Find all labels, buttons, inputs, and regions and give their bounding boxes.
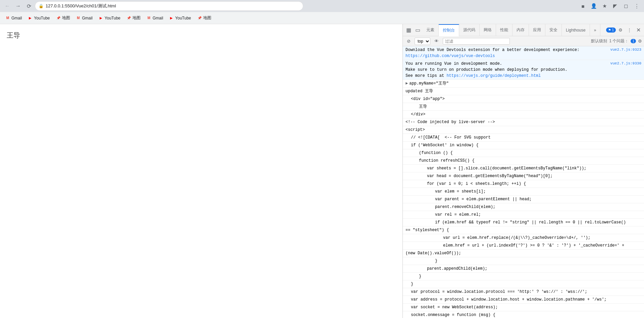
lock-icon: 🔒: [39, 4, 44, 8]
console-text: if ('WebSocket' in window) {: [411, 142, 479, 148]
expand-arrow[interactable]: ►: [406, 81, 408, 87]
console-output[interactable]: Download the Vue Devtools extension for …: [403, 46, 644, 318]
console-line: for (var i = 0; i < sheets.length; ++i) …: [403, 180, 644, 188]
devtools-panel: ▦ ▭ 元素 控制台 源代码 网络 性能 内存 应用 安全 Lighthouse…: [402, 24, 644, 318]
console-line: var elem = sheets[i];: [403, 188, 644, 196]
console-text: if (elem.href && typeof rel != "string" …: [435, 219, 626, 225]
forward-button[interactable]: →: [13, 1, 23, 11]
devtools-header: ▦ ▭ 元素 控制台 源代码 网络 性能 内存 应用 安全 Lighthouse…: [403, 24, 644, 36]
page-content: 王导: [0, 24, 402, 318]
console-settings-btn[interactable]: ⚙: [638, 39, 642, 44]
bookmark-gmail-2[interactable]: M Gmail: [73, 14, 95, 22]
console-line: socket.onmessage = function (msg) {: [403, 311, 644, 318]
bookmark-youtube-1[interactable]: ▶ YouTube: [25, 14, 52, 22]
console-block-btn[interactable]: ⊘: [405, 37, 413, 45]
console-toolbar: ⊘ top 👁 默认级别 1 个问题： 1 ⚙: [403, 36, 644, 46]
console-line-num[interactable]: vue2.7.js:9323: [608, 47, 641, 53]
maximize-icon[interactable]: ◻: [621, 1, 631, 11]
deployment-link[interactable]: https://vuejs.org/guide/deployment.html: [446, 73, 541, 78]
console-line-num-2[interactable]: vue2.7.js:9330: [608, 61, 641, 66]
tab-application[interactable]: 应用: [529, 24, 545, 36]
console-context-select[interactable]: top: [415, 38, 430, 45]
bookmark-maps-2[interactable]: 📌 地图: [124, 14, 143, 22]
youtube-icon-3: ▶: [169, 16, 174, 20]
address-bar[interactable]: 🔒 127.0.0.1:5500/Vue2/ch01/测试.html: [35, 1, 303, 11]
main-area: 王导 ▦ ▭ 元素 控制台 源代码 网络 性能 内存 应用 安全 Lightho…: [0, 24, 644, 318]
bookmark-label-gmail-2: Gmail: [82, 16, 93, 20]
profile-icon[interactable]: 👤: [589, 1, 598, 11]
console-text: var sheets = [].slice.call(document.getE…: [427, 165, 586, 171]
console-line: if (elem.href && typeof rel != "string" …: [403, 219, 644, 226]
reload-button[interactable]: ⟳: [24, 1, 34, 11]
gmail-icon-3: M: [147, 16, 151, 20]
devtools-settings-btn[interactable]: ⚙: [616, 26, 625, 34]
bookmark-youtube-3[interactable]: ▶ YouTube: [166, 14, 194, 22]
console-text: (new Date().valueOf());: [406, 250, 461, 256]
console-text: var rel = elem.rel;: [435, 212, 481, 218]
default-level-label: 默认级别: [591, 38, 607, 44]
bookmark-youtube-2[interactable]: ▶ YouTube: [96, 14, 123, 22]
tab-performance[interactable]: 性能: [496, 24, 513, 36]
bookmark-label-gmail-3: Gmail: [153, 16, 163, 20]
bookmark-gmail-3[interactable]: M Gmail: [144, 14, 166, 22]
console-line: 王导: [403, 103, 644, 111]
console-text: }: [411, 281, 413, 287]
console-line: }: [403, 280, 644, 288]
bookmark-gmail-1[interactable]: M Gmail: [3, 14, 24, 22]
console-line: (function () {: [403, 149, 644, 157]
tab-overflow[interactable]: »: [590, 24, 601, 36]
console-line: ► app.myName="王导": [403, 80, 644, 88]
devtools-device-btn[interactable]: ▭: [413, 25, 422, 35]
console-line: You are running Vue in development mode.…: [403, 60, 644, 80]
bookmark-label-maps-2: 地图: [132, 15, 141, 21]
extension-icon[interactable]: ■: [578, 1, 588, 11]
cast-icon[interactable]: ◤: [610, 1, 620, 11]
issue-count-label: 1 个问题：: [609, 38, 629, 44]
tab-network[interactable]: 网络: [480, 24, 496, 36]
console-text: app.myName="王导": [409, 81, 449, 87]
console-filter-input[interactable]: [443, 38, 510, 45]
console-eye-btn[interactable]: 👁: [432, 37, 441, 45]
maps-icon-1: 📌: [56, 16, 61, 20]
console-line: var rel = elem.rel;: [403, 211, 644, 219]
devtools-more-btn[interactable]: ⋮: [625, 26, 634, 34]
console-text: <div id="app">: [411, 96, 445, 102]
console-line: var address = protocol + window.location…: [403, 296, 644, 304]
console-text: }: [419, 273, 421, 279]
vue-devtools-link[interactable]: https://github.com/vuejs/vue-devtools: [406, 54, 495, 58]
bookmark-label-youtube-3: YouTube: [175, 16, 191, 20]
bookmark-maps-3[interactable]: 📌 地图: [195, 14, 214, 22]
menu-icon[interactable]: ⋮: [632, 1, 641, 11]
console-line: var head = document.getElementsByTagName…: [403, 172, 644, 180]
tab-console[interactable]: 控制台: [439, 24, 459, 36]
console-text: // <![CDATA[ <-- For SVG support: [411, 135, 491, 141]
console-line: == "stylesheet") {: [403, 226, 644, 234]
console-line: if ('WebSocket' in window) {: [403, 142, 644, 149]
title-bar-right: ■ 👤 ★ ◤ ◻ ⋮: [578, 1, 641, 11]
tab-memory[interactable]: 内存: [513, 24, 529, 36]
back-button[interactable]: ←: [3, 1, 12, 11]
console-text: 王导: [419, 104, 427, 110]
console-text: parent.removeChild(elem);: [435, 204, 495, 210]
console-text: Download the Vue Devtools extension for …: [406, 47, 579, 59]
bookmark-label-maps-1: 地图: [62, 15, 70, 21]
console-line: elem.href = url + (url.indexOf('?') >= 0…: [403, 242, 644, 250]
console-line: var socket = new WebSocket(address);: [403, 304, 644, 311]
devtools-tabs: 元素 控制台 源代码 网络 性能 内存 应用 安全 Lighthouse »: [422, 24, 606, 36]
bookmark-icon[interactable]: ★: [600, 1, 609, 11]
tab-security[interactable]: 安全: [545, 24, 562, 36]
bookmark-maps-1[interactable]: 📌 地图: [53, 14, 73, 22]
tab-sources[interactable]: 源代码: [459, 24, 480, 36]
devtools-close-btn[interactable]: ✕: [634, 25, 643, 35]
devtools-inspect-btn[interactable]: ▦: [404, 25, 413, 35]
browser-frame: ← → ⟳ 🔒 127.0.0.1:5500/Vue2/ch01/测试.html…: [0, 0, 644, 318]
issue-badge: 1: [631, 39, 636, 43]
devtools-actions: ⚑ 1 ⚙ ⋮ ✕: [606, 25, 643, 35]
console-line: <div id="app">: [403, 95, 644, 103]
console-text: var parent = elem.parentElement || head;: [435, 196, 532, 202]
console-line: updated 王导: [403, 88, 644, 95]
console-text: updated 王导: [406, 88, 433, 94]
tab-elements[interactable]: 元素: [422, 24, 439, 36]
console-line: </div>: [403, 111, 644, 118]
tab-lighthouse[interactable]: Lighthouse: [562, 24, 590, 36]
